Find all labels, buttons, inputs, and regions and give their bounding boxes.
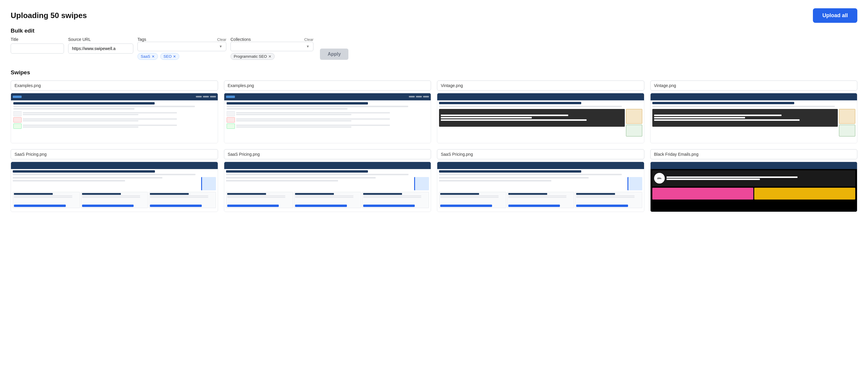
swipe-thumbnail-1 — [11, 93, 218, 143]
bulk-edit-section: Bulk edit Title Source URL Tags Clear ▼ … — [11, 28, 857, 60]
collection-chips: Programmatic SEO ✕ — [230, 53, 313, 60]
tags-clear-link[interactable]: Clear — [217, 37, 226, 42]
tag-chip-seo: SEO ✕ — [160, 53, 179, 60]
swipe-filename-input-6[interactable] — [224, 149, 431, 159]
page-title: Uploading 50 swipes — [11, 11, 87, 20]
swipe-thumbnail-4 — [650, 93, 858, 143]
swipe-card-4 — [650, 80, 858, 143]
source-url-input[interactable] — [68, 43, 133, 54]
swipe-thumbnail-7 — [437, 162, 644, 212]
swipe-card-5 — [11, 149, 218, 212]
collections-clear-link[interactable]: Clear — [304, 37, 313, 42]
collection-chip-prog-seo: Programmatic SEO ✕ — [230, 53, 275, 60]
header-row: Uploading 50 swipes Upload all — [11, 8, 857, 23]
swipe-filename-input-8[interactable] — [650, 149, 858, 159]
tags-chips: SaaS ✕ SEO ✕ — [137, 53, 226, 60]
source-url-field-group: Source URL — [68, 37, 133, 54]
swipes-title: Swipes — [11, 69, 857, 76]
swipe-filename-input-3[interactable] — [437, 80, 644, 91]
swipe-filename-input-4[interactable] — [650, 80, 858, 91]
tags-label: Tags — [137, 37, 146, 42]
title-input[interactable] — [11, 43, 64, 54]
swipe-filename-input-5[interactable] — [11, 149, 218, 159]
collections-field-group: Collections Clear ▼ Programmatic SEO ✕ — [230, 37, 313, 60]
apply-button[interactable]: Apply — [320, 48, 348, 60]
swipes-section: Swipes — [11, 69, 857, 212]
swipe-thumbnail-8: 25% — [650, 162, 858, 212]
tag-chip-saas: SaaS ✕ — [137, 53, 158, 60]
upload-all-button[interactable]: Upload all — [813, 8, 857, 23]
bulk-edit-fields: Title Source URL Tags Clear ▼ SaaS ✕ — [11, 37, 857, 60]
title-label: Title — [11, 37, 64, 42]
collection-chip-close[interactable]: ✕ — [269, 55, 271, 59]
collections-dropdown[interactable]: ▼ — [230, 42, 313, 51]
swipe-thumbnail-6 — [224, 162, 431, 212]
title-field-group: Title — [11, 37, 64, 54]
tags-dropdown-arrow: ▼ — [219, 44, 222, 48]
tag-chip-saas-close[interactable]: ✕ — [152, 55, 155, 59]
tag-chip-seo-close[interactable]: ✕ — [173, 55, 176, 59]
swipe-card-6 — [224, 149, 431, 212]
swipe-filename-input-2[interactable] — [224, 80, 431, 91]
swipe-card-8: 25% — [650, 149, 858, 212]
swipes-grid: 25% — [11, 80, 857, 212]
swipe-filename-input-7[interactable] — [437, 149, 644, 159]
swipe-filename-input-1[interactable] — [11, 80, 218, 91]
source-url-label: Source URL — [68, 37, 133, 42]
tags-dropdown[interactable]: ▼ — [137, 42, 226, 51]
swipe-thumbnail-5 — [11, 162, 218, 212]
collections-label: Collections — [230, 37, 251, 42]
tags-field-group: Tags Clear ▼ SaaS ✕ SEO ✕ — [137, 37, 226, 60]
bulk-edit-title: Bulk edit — [11, 28, 857, 34]
swipe-thumbnail-2 — [224, 93, 431, 143]
swipe-card-7 — [437, 149, 644, 212]
swipe-card-3 — [437, 80, 644, 143]
swipe-card-1 — [11, 80, 218, 143]
swipe-thumbnail-3 — [437, 93, 644, 143]
collections-dropdown-arrow: ▼ — [306, 44, 310, 48]
swipe-card-2 — [224, 80, 431, 143]
